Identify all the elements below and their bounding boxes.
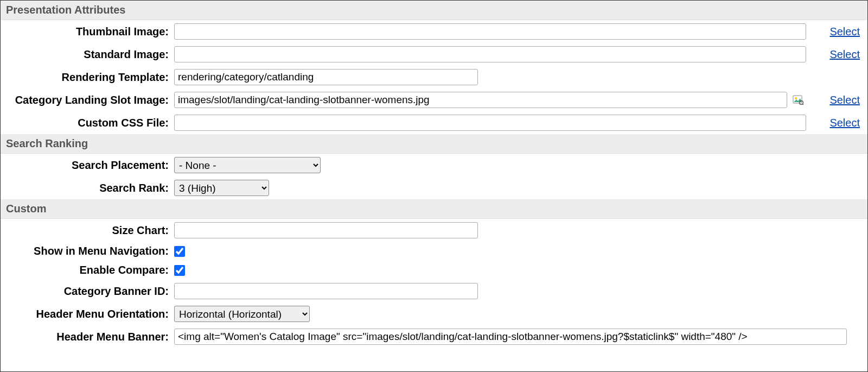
checkbox-enable-compare[interactable] bbox=[174, 265, 185, 276]
input-thumbnail-image[interactable] bbox=[174, 23, 806, 40]
svg-line-3 bbox=[802, 104, 803, 105]
row-search-placement: Search Placement: - None - bbox=[1, 154, 867, 176]
row-search-rank: Search Rank: 3 (High) bbox=[1, 176, 867, 199]
checkbox-show-menu[interactable] bbox=[174, 246, 185, 257]
label-size-chart: Size Chart: bbox=[6, 224, 169, 237]
label-search-rank: Search Rank: bbox=[6, 182, 169, 194]
section-header-custom: Custom bbox=[1, 199, 867, 219]
select-search-rank[interactable]: 3 (High) bbox=[174, 180, 269, 196]
label-menu-orientation: Header Menu Orientation: bbox=[6, 308, 169, 320]
row-rendering-template: Rendering Template: bbox=[1, 66, 867, 89]
label-show-menu: Show in Menu Navigation: bbox=[6, 245, 169, 257]
input-standard-image[interactable] bbox=[174, 46, 806, 62]
label-rendering-template: Rendering Template: bbox=[6, 71, 169, 84]
row-menu-orientation: Header Menu Orientation: Horizontal (Hor… bbox=[1, 302, 867, 325]
row-enable-compare: Enable Compare: bbox=[1, 261, 867, 280]
label-standard-image: Standard Image: bbox=[6, 48, 169, 61]
input-size-chart[interactable] bbox=[174, 222, 478, 238]
input-css-file[interactable] bbox=[174, 115, 806, 131]
label-menu-banner: Header Menu Banner: bbox=[6, 331, 169, 343]
select-link-css[interactable]: Select bbox=[829, 117, 862, 129]
input-menu-banner[interactable] bbox=[174, 329, 847, 345]
row-show-menu: Show in Menu Navigation: bbox=[1, 242, 867, 261]
section-header-presentation: Presentation Attributes bbox=[1, 1, 867, 20]
row-standard-image: Standard Image: Select bbox=[1, 43, 867, 66]
label-thumbnail-image: Thumbnail Image: bbox=[6, 26, 169, 38]
select-link-thumbnail[interactable]: Select bbox=[829, 26, 862, 38]
row-banner-id: Category Banner ID: bbox=[1, 280, 867, 302]
label-slot-image: Category Landing Slot Image: bbox=[6, 94, 169, 106]
row-slot-image: Category Landing Slot Image: Select bbox=[1, 89, 867, 111]
label-enable-compare: Enable Compare: bbox=[6, 264, 169, 276]
attributes-panel: Presentation Attributes Thumbnail Image:… bbox=[0, 0, 868, 372]
input-banner-id[interactable] bbox=[174, 283, 478, 299]
select-menu-orientation[interactable]: Horizontal (Horizontal) bbox=[174, 306, 310, 322]
section-header-ranking: Search Ranking bbox=[1, 134, 867, 154]
input-slot-image[interactable] bbox=[174, 92, 787, 108]
label-search-placement: Search Placement: bbox=[6, 159, 169, 172]
label-css-file: Custom CSS File: bbox=[6, 117, 169, 129]
svg-point-1 bbox=[795, 97, 797, 99]
label-banner-id: Category Banner ID: bbox=[6, 285, 169, 298]
select-search-placement[interactable]: - None - bbox=[174, 157, 321, 173]
row-css-file: Custom CSS File: Select bbox=[1, 111, 867, 134]
select-link-slot[interactable]: Select bbox=[829, 94, 862, 106]
row-size-chart: Size Chart: bbox=[1, 219, 867, 242]
row-menu-banner: Header Menu Banner: bbox=[1, 325, 867, 348]
row-thumbnail-image: Thumbnail Image: Select bbox=[1, 20, 867, 43]
select-link-standard[interactable]: Select bbox=[829, 48, 862, 61]
input-rendering-template[interactable] bbox=[174, 69, 478, 85]
image-preview-icon[interactable] bbox=[793, 95, 803, 105]
